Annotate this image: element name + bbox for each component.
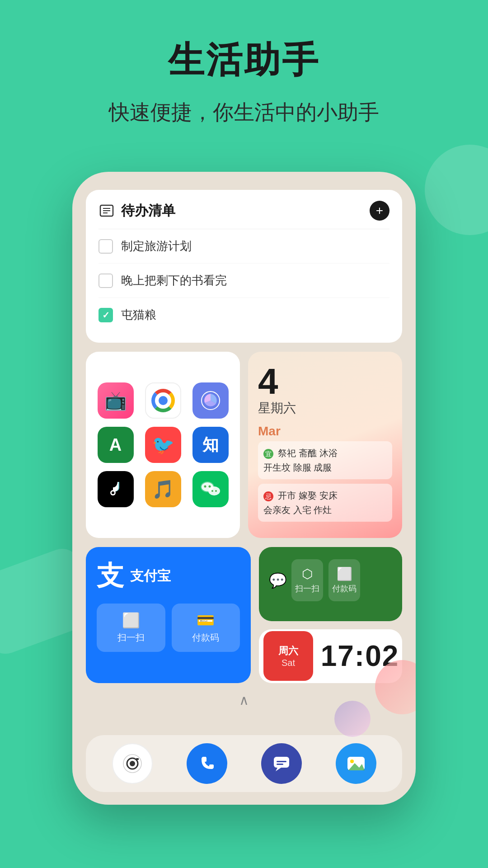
todo-checkbox-3[interactable] bbox=[99, 308, 113, 322]
dock-phone-icon[interactable] bbox=[187, 743, 227, 784]
dock-messages-icon[interactable] bbox=[261, 743, 302, 784]
wechat-app-icon[interactable] bbox=[192, 471, 229, 507]
calendar-day-row: 星期六 bbox=[258, 400, 392, 417]
todo-item[interactable]: 晚上把剩下的书看完 bbox=[99, 264, 389, 298]
svg-point-23 bbox=[350, 760, 354, 763]
alipay-scan-button[interactable]: ⬜ 扫一扫 bbox=[97, 604, 165, 652]
clock-badge-day: 周六 bbox=[278, 644, 298, 658]
svg-point-10 bbox=[208, 486, 211, 488]
todo-item-text-1: 制定旅游计划 bbox=[121, 238, 192, 254]
calendar-date: 4 bbox=[258, 363, 392, 400]
ca-app-icon[interactable]: A bbox=[98, 427, 134, 463]
svg-marker-19 bbox=[276, 768, 281, 771]
header-section: 生活助手 快速便捷，你生活中的小助手 bbox=[0, 0, 488, 127]
calendar-month: Mar bbox=[258, 424, 281, 438]
alipay-header: 支 支付宝 bbox=[97, 558, 240, 594]
wechat-pay-buttons: ⬡ 扫一扫 ⬜ 付款码 bbox=[291, 559, 360, 601]
todo-widget: 待办清单 + 制定旅游计划 晚上把剩下的书看完 屯猫粮 bbox=[86, 190, 402, 343]
alipay-buttons: ⬜ 扫一扫 💳 付款码 bbox=[97, 604, 240, 652]
right-column: 💬 ⬡ 扫一扫 ⬜ 付款码 周六 bbox=[259, 547, 402, 683]
svg-rect-21 bbox=[277, 764, 283, 765]
svg-point-11 bbox=[208, 486, 220, 495]
todo-header: 待办清单 + bbox=[99, 201, 389, 229]
calendar-good-section: 宜 祭祀 斋醮 沐浴开生坟 除服 成服 bbox=[258, 441, 392, 479]
dock bbox=[86, 735, 402, 792]
deco-circle-2 bbox=[334, 701, 371, 737]
wechat-pay-widget: 💬 ⬡ 扫一扫 ⬜ 付款码 bbox=[259, 547, 402, 621]
alipay-scan-label: 扫一扫 bbox=[117, 632, 145, 642]
calendar-good-items: 祭祀 斋醮 沐浴开生坟 除服 成服 bbox=[263, 448, 338, 472]
calendar-bad-section: 忌 开市 嫁娶 安床会亲友 入宅 作灶 bbox=[258, 484, 392, 522]
todo-list-icon bbox=[99, 203, 115, 219]
tiktok-app-icon[interactable] bbox=[98, 471, 134, 507]
alipay-scan-icon: ⬜ bbox=[102, 612, 160, 629]
svg-rect-17 bbox=[136, 758, 139, 760]
app-grid-widget: 📺 A 🐦 知 bbox=[86, 352, 240, 538]
svg-point-12 bbox=[211, 490, 213, 492]
dock-camera-icon[interactable] bbox=[112, 743, 153, 784]
wechat-scan-button[interactable]: ⬡ 扫一扫 bbox=[291, 559, 323, 601]
alipay-logo: 支 bbox=[97, 558, 124, 594]
wechat-pay-logo: 💬 bbox=[269, 572, 287, 589]
dock-gallery-icon[interactable] bbox=[336, 743, 376, 784]
chevron-up-icon: ∧ bbox=[239, 693, 249, 708]
todo-add-icon: + bbox=[376, 204, 383, 217]
svg-point-6 bbox=[112, 491, 114, 494]
bg-decoration-1 bbox=[425, 145, 488, 235]
chrome-app-icon[interactable] bbox=[145, 382, 181, 419]
alipay-label: 支付宝 bbox=[130, 567, 171, 585]
calendar-bad-badge: 忌 bbox=[263, 491, 273, 501]
middle-row: 📺 A 🐦 知 bbox=[86, 352, 402, 538]
media-app-icon[interactable]: 📺 bbox=[98, 382, 134, 419]
todo-add-button[interactable]: + bbox=[370, 201, 389, 221]
todo-item-text-3: 屯猫粮 bbox=[121, 307, 156, 323]
calendar-good-badge: 宜 bbox=[263, 449, 273, 459]
svg-point-13 bbox=[215, 490, 217, 492]
alipay-pay-button[interactable]: 💳 付款码 bbox=[172, 604, 240, 652]
todo-checkbox-2[interactable] bbox=[99, 274, 113, 288]
svg-point-16 bbox=[130, 761, 135, 766]
wechat-scan-label: 扫一扫 bbox=[295, 583, 319, 594]
wechat-pay-header: 💬 ⬡ 扫一扫 ⬜ 付款码 bbox=[269, 559, 392, 601]
alipay-pay-label: 付款码 bbox=[192, 632, 219, 642]
bottom-row: 支 支付宝 ⬜ 扫一扫 💳 付款码 💬 bbox=[86, 547, 402, 683]
wechat-pay-button[interactable]: ⬜ 付款码 bbox=[328, 559, 360, 601]
todo-checkbox-1[interactable] bbox=[99, 239, 113, 254]
todo-header-left: 待办清单 bbox=[99, 202, 175, 220]
clock-badge-weekday: Sat bbox=[282, 658, 295, 668]
calendar-widget: 4 星期六 Mar 宜 祭祀 斋醮 沐浴开生坟 除服 成服 忌 开市 嫁娶 安床… bbox=[248, 352, 402, 538]
svg-point-9 bbox=[204, 486, 206, 488]
svg-rect-20 bbox=[277, 761, 286, 762]
phone-mockup: 待办清单 + 制定旅游计划 晚上把剩下的书看完 屯猫粮 📺 bbox=[72, 172, 416, 805]
clock-date-badge: 周六 Sat bbox=[263, 631, 313, 681]
weibo-app-icon[interactable]: 🐦 bbox=[145, 427, 181, 463]
calendar-bad-items: 开市 嫁娶 安床会亲友 入宅 作灶 bbox=[263, 491, 338, 515]
alipay-widget: 支 支付宝 ⬜ 扫一扫 💳 付款码 bbox=[86, 547, 251, 683]
analytics-app-icon[interactable] bbox=[192, 382, 229, 419]
todo-item-text-2: 晚上把剩下的书看完 bbox=[121, 273, 227, 288]
calendar-weekday: 星期六 bbox=[258, 400, 296, 417]
todo-item[interactable]: 制定旅游计划 bbox=[99, 229, 389, 264]
wechat-pay-icon: ⬜ bbox=[332, 566, 357, 581]
wechat-pay-label: 付款码 bbox=[332, 583, 357, 594]
chrome-ring-icon bbox=[151, 389, 175, 412]
todo-title: 待办清单 bbox=[121, 202, 175, 220]
wechat-scan-icon: ⬡ bbox=[295, 566, 319, 581]
zhihu-app-icon[interactable]: 知 bbox=[192, 427, 229, 463]
todo-item[interactable]: 屯猫粮 bbox=[99, 298, 389, 332]
page-title: 生活助手 bbox=[0, 36, 488, 85]
music-app-icon[interactable]: 🎵 bbox=[145, 471, 181, 507]
page-subtitle: 快速便捷，你生活中的小助手 bbox=[0, 99, 488, 127]
alipay-pay-icon: 💳 bbox=[177, 612, 235, 629]
